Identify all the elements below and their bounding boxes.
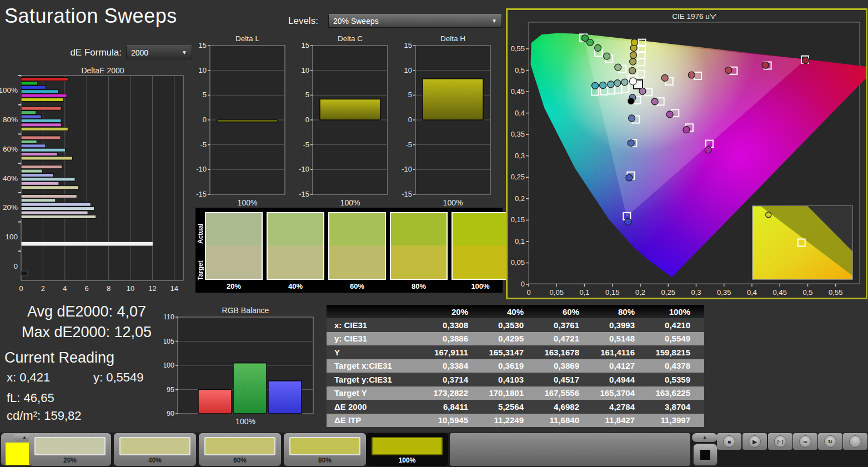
- swatch-80%: [390, 212, 448, 280]
- table-cell: 0,3530: [474, 320, 529, 330]
- app-root: Saturation Sweeps dE Formula: 2000 ▼ Del…: [0, 0, 868, 467]
- cie-measured-cyan-40pct: [614, 80, 621, 87]
- table-cell: 3,8704: [640, 402, 696, 411]
- swatch-actual-color: [206, 213, 262, 245]
- svg-text:0,1: 0,1: [515, 237, 525, 245]
- table-cell: 0,4210: [640, 320, 696, 330]
- levels-dropdown[interactable]: 20% Sweeps ▼: [328, 14, 502, 28]
- deltae-bar-40%-red: [21, 165, 62, 169]
- page-title: Saturation Sweeps: [4, 4, 177, 28]
- reading-x: x: 0,421: [7, 370, 50, 385]
- loop-button[interactable]: ↻: [818, 433, 842, 450]
- level-tile-80%[interactable]: 80%: [284, 433, 366, 466]
- table-col-header: 60%: [529, 307, 585, 317]
- stop-icon: [700, 450, 710, 460]
- de-formula-value: 2000: [131, 48, 148, 57]
- actual-row-label: Actual: [197, 215, 204, 252]
- cie-measured-green-20pct: [615, 64, 621, 71]
- table-cell: 167,9111: [418, 348, 474, 357]
- swatch-100%: [451, 212, 509, 280]
- svg-text:0,5: 0,5: [515, 66, 525, 74]
- bar-filler: [450, 433, 690, 466]
- table-row-label: y: CIE31: [327, 334, 418, 343]
- svg-text:0,35: 0,35: [511, 130, 525, 138]
- loop-icon: ↻: [824, 435, 836, 448]
- de-formula-dropdown[interactable]: 2000 ▼: [126, 46, 192, 59]
- delta-c-chart: Delta C-15-10-5051015100%: [296, 33, 392, 209]
- table-row: ΔE 20006,84115,25644,69824,27843,8704: [327, 400, 704, 414]
- continuous-button[interactable]: ∞: [793, 433, 817, 450]
- table-col-header: 100%: [640, 307, 696, 317]
- deltae-bar-80%-red: [21, 107, 61, 110]
- level-tile-swatch: [34, 437, 106, 455]
- cie-measured-cyan-20pct: [621, 79, 628, 86]
- series-button[interactable]: [··]: [768, 433, 792, 450]
- deltae-bar-100%-blue: [21, 86, 46, 89]
- deltae-bar-100%-magenta: [21, 94, 67, 97]
- swatch-target-color: [391, 245, 446, 279]
- svg-text:6: 6: [85, 284, 89, 293]
- level-tile-20%[interactable]: 20%: [29, 433, 111, 466]
- delta-l-chart: Delta L-15-10-5051015100%: [193, 33, 289, 209]
- deltae-bar-60%-yellow: [21, 157, 73, 160]
- level-tile-60%[interactable]: 60%: [199, 433, 281, 466]
- deltae-bar-80%-yellow: [21, 127, 68, 130]
- svg-text:0,55: 0,55: [511, 44, 525, 53]
- level-tile-100%[interactable]: 100%: [366, 433, 448, 466]
- cie-measured-black: [628, 98, 634, 104]
- table-row: y: CIE310,38860,42950,47210,51480,5549: [327, 332, 704, 346]
- table-cell: 5,2564: [474, 402, 529, 411]
- cie-inset-measured: [766, 212, 771, 218]
- table-col-header: 20%: [418, 307, 474, 317]
- deltae-bar-40%-yellow: [21, 186, 79, 189]
- avg-de2000: Avg dE2000: 4,07: [0, 303, 173, 320]
- cie-measured-blue-60pct: [628, 140, 634, 147]
- table-col-header: 80%: [585, 307, 640, 317]
- svg-text:-15: -15: [402, 190, 412, 198]
- stop-button[interactable]: ■: [717, 433, 741, 450]
- controls-expand-button[interactable]: ▲: [692, 433, 718, 442]
- level-tile-swatch: [372, 437, 443, 455]
- table-row-label: Target x:CIE31: [327, 361, 418, 370]
- svg-text:0,4: 0,4: [515, 109, 525, 117]
- svg-text:90: 90: [167, 410, 174, 418]
- stop-large-button[interactable]: [693, 443, 718, 466]
- deltae-bar-40%-blue: [21, 173, 54, 177]
- blank-button[interactable]: [843, 433, 867, 450]
- svg-text:5: 5: [203, 91, 207, 99]
- cie-measured-red-40pct: [688, 72, 695, 78]
- table-cell: 11,3997: [640, 415, 696, 425]
- table-cell: 4,6982: [529, 402, 585, 411]
- svg-text:0: 0: [408, 116, 412, 124]
- svg-text:0,3: 0,3: [691, 288, 701, 297]
- svg-text:0,3: 0,3: [515, 152, 525, 160]
- svg-text:0,25: 0,25: [661, 288, 675, 297]
- cie-measured-yellow-20pct: [629, 67, 636, 74]
- svg-text:-10: -10: [402, 165, 412, 173]
- play-button[interactable]: ▶: [742, 433, 767, 450]
- chevron-down-icon: ▼: [491, 18, 497, 24]
- delta-h-chart: Delta H-15-10-5051015100%: [399, 33, 494, 209]
- chevron-down-icon: ▼: [182, 49, 187, 56]
- svg-text:0,2: 0,2: [635, 288, 645, 297]
- delta_h-bar: [423, 79, 483, 120]
- swatch-40%: [267, 212, 324, 280]
- svg-text:0,55: 0,55: [829, 288, 842, 297]
- table-row-label: Target Y: [327, 388, 418, 398]
- table-row: Target y:CIE310,37140,41030,45170,49440,…: [327, 373, 704, 386]
- svg-text:-15: -15: [299, 190, 309, 198]
- delta_c-bar: [320, 99, 380, 120]
- svg-text:10: 10: [404, 66, 412, 74]
- svg-text:105: 105: [164, 338, 174, 345]
- table-cell: 163,6225: [640, 388, 696, 398]
- deltae-bar-20%-magenta: [21, 211, 88, 214]
- swatch-20%: [205, 212, 263, 280]
- cie-measured-magenta-100pct: [705, 147, 711, 153]
- swatch-actual-color: [453, 213, 508, 245]
- table-cell: 170,1801: [474, 388, 529, 398]
- table-cell: 0,3869: [529, 361, 585, 370]
- svg-text:0,4: 0,4: [747, 288, 757, 297]
- table-row: x: CIE310,33080,35300,37610,39930,4210: [327, 318, 704, 332]
- level-tile-40%[interactable]: 40%: [114, 433, 196, 466]
- cie-measured-yellow-60pct: [630, 52, 636, 59]
